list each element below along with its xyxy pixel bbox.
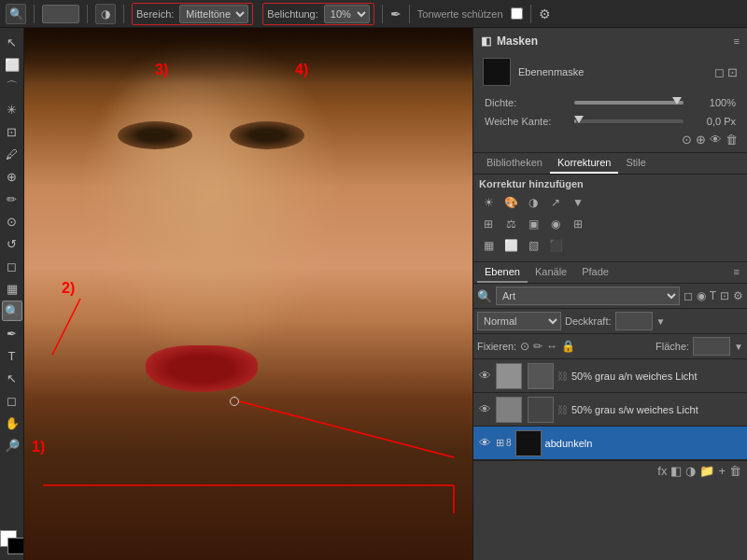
eraser-tool[interactable]: ◻ xyxy=(2,256,22,276)
corr-channel-mix-icon[interactable]: ▧ xyxy=(524,236,543,255)
corr-hsl-icon[interactable]: ▣ xyxy=(524,215,543,233)
corr-colorize-icon[interactable]: 🎨 xyxy=(501,193,520,212)
corr-gradient-map-icon[interactable]: ▦ xyxy=(479,236,498,255)
lasso-tool[interactable]: ⌒ xyxy=(2,77,22,97)
add-adjustment-icon[interactable]: ◑ xyxy=(685,464,696,478)
clone-tool[interactable]: ⊙ xyxy=(2,211,22,231)
layer-row-2[interactable]: 👁 ⛓ 50% grau s/w weiches Licht xyxy=(473,393,747,427)
eyedropper-tool[interactable]: 🖊 xyxy=(2,144,22,164)
bereich-select[interactable]: Mitteltöne xyxy=(179,5,248,23)
background-color[interactable] xyxy=(7,538,24,554)
layer-icon3[interactable]: T xyxy=(710,289,716,302)
dichte-fill xyxy=(574,101,684,105)
history-brush-tool[interactable]: ↺ xyxy=(2,233,22,254)
layer-icon1[interactable]: ◻ xyxy=(684,289,693,302)
layers-panel-menu[interactable]: ≡ xyxy=(730,262,743,283)
tab-korrekturen[interactable]: Korrekturen xyxy=(550,153,618,174)
flaeche-input[interactable]: 100% xyxy=(693,337,730,356)
zoom-icon[interactable]: 🔍 xyxy=(6,4,26,24)
tab-stile[interactable]: Stile xyxy=(618,153,653,174)
pen-tool[interactable]: ✒ xyxy=(2,323,22,343)
masks-icon: ◧ xyxy=(481,35,491,48)
layer-icon2[interactable]: ◉ xyxy=(697,289,706,302)
zoom-tool[interactable]: 🔎 xyxy=(2,435,22,455)
fix-icon1[interactable]: ⊙ xyxy=(520,340,529,353)
text-tool[interactable]: T xyxy=(2,345,22,366)
right-panel: ◧ Masken ≡ Ebenenmaske ◻ ⊡ Dichte: xyxy=(472,28,747,560)
tab-bibliotheken[interactable]: Bibliotheken xyxy=(479,153,550,174)
settings-icon[interactable]: ⚙ xyxy=(539,7,551,21)
hand-tool[interactable]: ✋ xyxy=(2,413,22,433)
belichtung-select[interactable]: 10% xyxy=(324,5,370,23)
layer3-name: abdunkeln xyxy=(545,438,743,449)
deckkraft-arrow[interactable]: ▼ xyxy=(656,316,666,327)
corr-levels-icon[interactable]: ▼ xyxy=(569,193,587,212)
magic-wand-tool[interactable]: ✳ xyxy=(2,99,22,119)
masks-bottom-icons: ⊙ ⊕ 👁 🗑 xyxy=(477,131,743,148)
bereich-group: Bereich: Mitteltöne xyxy=(132,3,253,25)
cursor-indicator xyxy=(230,397,239,406)
tonwerte-checkbox[interactable] xyxy=(511,7,523,20)
spot-heal-tool[interactable]: ⊕ xyxy=(2,166,22,187)
flaeche-arrow[interactable]: ▼ xyxy=(734,342,743,352)
crop-tool[interactable]: ⊡ xyxy=(2,121,22,142)
layers-bottom-icons: fx ◧ ◑ 📁 + 🗑 xyxy=(473,460,747,481)
corr-grid-icon[interactable]: ⊞ xyxy=(569,215,587,233)
gradient-tool[interactable]: ▦ xyxy=(2,278,22,299)
add-group-icon[interactable]: 📁 xyxy=(699,464,714,478)
layer3-icons: ⊞ 8 xyxy=(496,437,512,449)
select-tool[interactable]: ⬜ xyxy=(2,54,22,75)
deckkraft-input[interactable]: 100% xyxy=(615,312,653,330)
airbrush-icon[interactable]: ✒ xyxy=(390,7,402,21)
layer-row-1[interactable]: 👁 ⛓ 50% grau a/n weiches Licht xyxy=(473,359,747,393)
layer-icon4[interactable]: ⊡ xyxy=(720,289,729,302)
fix-icon3[interactable]: ↔ xyxy=(546,340,557,353)
ebenenmaske-item[interactable]: Ebenenmaske ◻ ⊡ xyxy=(477,54,743,90)
corr-fill-icon[interactable]: ◉ xyxy=(546,215,565,233)
mask-visibility-icon[interactable]: 👁 xyxy=(710,133,722,147)
layers-tab-pfade[interactable]: Pfade xyxy=(574,262,616,283)
mask-filter-icon[interactable]: ⊕ xyxy=(696,133,706,147)
layer2-name: 50% grau s/w weiches Licht xyxy=(571,404,743,415)
layer3-visibility-icon[interactable]: 👁 xyxy=(477,436,492,450)
layers-tab-ebenen[interactable]: Ebenen xyxy=(477,262,528,283)
add-mask-icon[interactable]: ◧ xyxy=(670,464,682,478)
mask-icon2[interactable]: ⊡ xyxy=(727,65,738,79)
corr-brightness-icon[interactable]: ☀ xyxy=(479,193,498,212)
brush-tool[interactable]: ✏ xyxy=(2,189,22,209)
dichte-slider[interactable] xyxy=(574,101,684,105)
corr-posterize-icon[interactable]: ⬛ xyxy=(546,236,565,255)
corr-photo-filter-icon[interactable]: ⬜ xyxy=(501,236,520,255)
corr-curves-icon[interactable]: ↗ xyxy=(546,193,565,212)
blend-mode-select[interactable]: Normal xyxy=(477,312,561,330)
dodge-burn-tool[interactable]: 🔍 xyxy=(2,301,22,321)
fixieren-label: Fixieren: xyxy=(477,341,516,352)
layer1-thumbnail xyxy=(496,363,522,389)
dodge-tool-icon[interactable]: ◑ xyxy=(95,4,116,24)
layer-type-select[interactable]: Art xyxy=(496,287,680,305)
corr-contrast-icon[interactable]: ◑ xyxy=(524,193,543,212)
shape-tool[interactable]: ◻ xyxy=(2,390,22,411)
main-area: ↖ ⬜ ⌒ ✳ ⊡ 🖊 ⊕ ✏ ⊙ ↺ ◻ ▦ 🔍 ✒ T ↖ ◻ ✋ 🔎 xyxy=(0,28,747,560)
corr-selective-icon[interactable]: ⊞ xyxy=(479,215,498,233)
fix-icon2[interactable]: ✏ xyxy=(533,340,543,353)
add-style-icon[interactable]: fx xyxy=(657,464,667,478)
weiche-slider[interactable] xyxy=(574,119,684,123)
corr-balance-icon[interactable]: ⚖ xyxy=(501,215,520,233)
masks-collapse-icon[interactable]: ≡ xyxy=(734,35,740,47)
mask-select-icon[interactable]: ⊙ xyxy=(682,133,692,147)
layer2-visibility-icon[interactable]: 👁 xyxy=(477,402,492,416)
layers-tab-kanaele[interactable]: Kanäle xyxy=(528,262,574,283)
move-tool[interactable]: ↖ xyxy=(2,32,22,52)
path-select-tool[interactable]: ↖ xyxy=(2,368,22,388)
fix-icon4[interactable]: 🔒 xyxy=(561,340,575,353)
mask-delete-icon[interactable]: 🗑 xyxy=(726,133,738,147)
delete-layer-icon[interactable]: 🗑 xyxy=(729,464,741,478)
zoom-input[interactable]: 375 xyxy=(42,5,79,23)
add-layer-icon[interactable]: + xyxy=(718,464,726,478)
mask-icon1[interactable]: ◻ xyxy=(714,65,725,79)
fg-bg-color-swatch[interactable] xyxy=(0,530,24,554)
layer-icon5[interactable]: ⚙ xyxy=(733,289,743,302)
layer1-visibility-icon[interactable]: 👁 xyxy=(477,369,492,383)
layer-row-3[interactable]: 👁 ⊞ 8 abdunkeln xyxy=(473,427,747,460)
